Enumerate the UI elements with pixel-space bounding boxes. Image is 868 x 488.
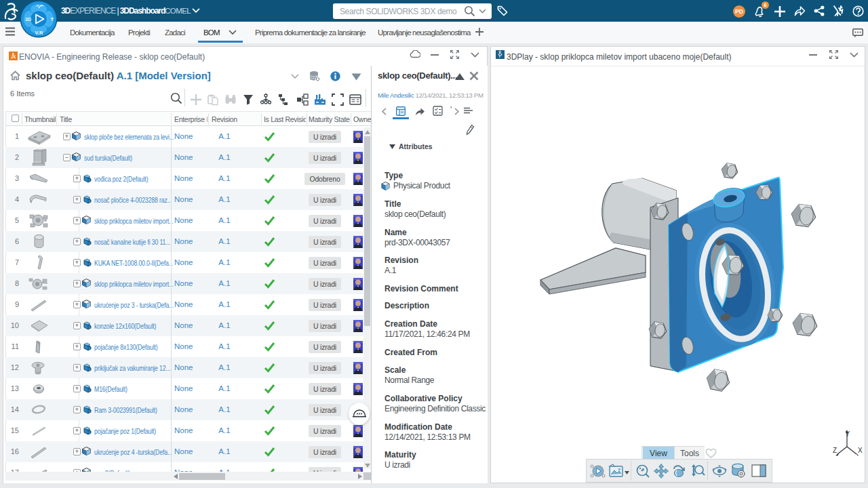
svg-text:Y: Y: [846, 430, 850, 438]
svg-text:X: X: [858, 447, 863, 454]
svg-text:3D: 3D: [25, 17, 31, 22]
svg-text:Z: Z: [833, 447, 837, 454]
svg-text:V.R: V.R: [35, 30, 43, 36]
